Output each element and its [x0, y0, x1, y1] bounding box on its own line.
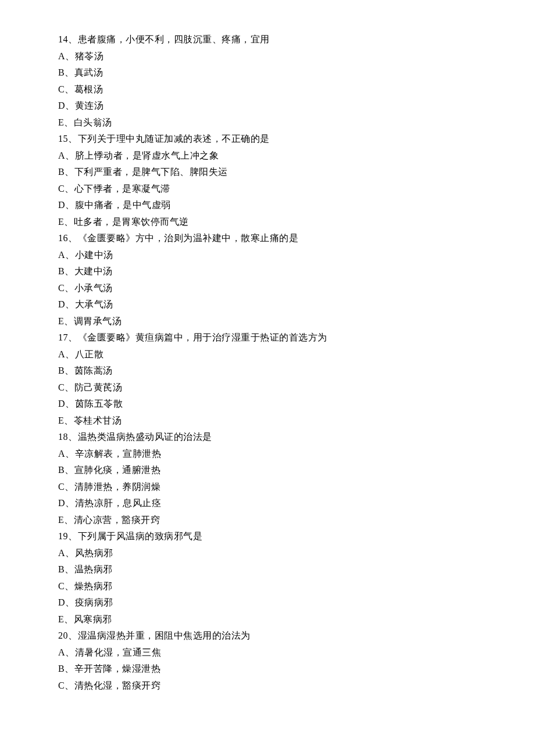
option-text: A、辛凉解表，宣肺泄热: [58, 449, 477, 458]
option-text: E、清心凉营，豁痰开窍: [58, 515, 477, 525]
option-text: C、小承气汤: [58, 284, 477, 293]
question-text: 20、湿温病湿热并重，困阻中焦选用的治法为: [58, 631, 477, 640]
question-text: 19、下列属于风温病的致病邪气是: [58, 532, 477, 541]
option-text: B、宣肺化痰，通腑泄热: [58, 465, 477, 475]
option-text: C、燥热病邪: [58, 582, 477, 591]
option-text: E、风寒病邪: [58, 615, 477, 624]
question-text: 16、《金匮要略》方中，治则为温补建中，散寒止痛的是: [58, 234, 477, 243]
option-text: B、温热病邪: [58, 565, 477, 574]
option-text: C、清肺泄热，养阴润燥: [58, 482, 477, 492]
option-text: D、黄连汤: [58, 101, 477, 110]
question-text: 15、下列关于理中丸随证加减的表述，不正确的是: [58, 134, 477, 144]
option-text: B、辛开苦降，燥湿泄热: [58, 664, 477, 673]
option-text: A、风热病邪: [58, 549, 477, 558]
question-text: 18、温热类温病热盛动风证的治法是: [58, 432, 477, 442]
option-text: E、白头翁汤: [58, 118, 477, 127]
option-text: C、葛根汤: [58, 85, 477, 94]
option-text: D、清热凉肝，息风止痉: [58, 499, 477, 508]
option-text: E、苓桂术甘汤: [58, 416, 477, 425]
option-text: A、清暑化湿，宣通三焦: [58, 648, 477, 657]
option-text: B、真武汤: [58, 68, 477, 77]
option-text: C、防己黄芪汤: [58, 383, 477, 392]
option-text: D、大承气汤: [58, 300, 477, 309]
option-text: D、腹中痛者，是中气虚弱: [58, 200, 477, 210]
option-text: E、调胃承气汤: [58, 317, 477, 326]
option-text: B、大建中汤: [58, 267, 477, 276]
option-text: B、下利严重者，是脾气下陷、脾阳失运: [58, 167, 477, 177]
question-text: 17、《金匮要略》黄疸病篇中，用于治疗湿重于热证的首选方为: [58, 333, 477, 342]
option-text: A、脐上悸动者，是肾虚水气上冲之象: [58, 151, 477, 160]
option-text: A、小建中汤: [58, 250, 477, 260]
option-text: A、猪苓汤: [58, 52, 477, 61]
option-text: C、心下悸者，是寒凝气滞: [58, 184, 477, 194]
option-text: B、茵陈蒿汤: [58, 366, 477, 375]
question-text: 14、患者腹痛，小便不利，四肢沉重、疼痛，宜用: [58, 35, 477, 44]
option-text: D、疫病病邪: [58, 598, 477, 607]
option-text: C、清热化湿，豁痰开窍: [58, 681, 477, 690]
option-text: D、茵陈五苓散: [58, 399, 477, 409]
document-content: 14、患者腹痛，小便不利，四肢沉重、疼痛，宜用A、猪苓汤B、真武汤C、葛根汤D、…: [58, 35, 477, 690]
option-text: A、八正散: [58, 350, 477, 359]
option-text: E、吐多者，是胃寒饮停而气逆: [58, 217, 477, 227]
